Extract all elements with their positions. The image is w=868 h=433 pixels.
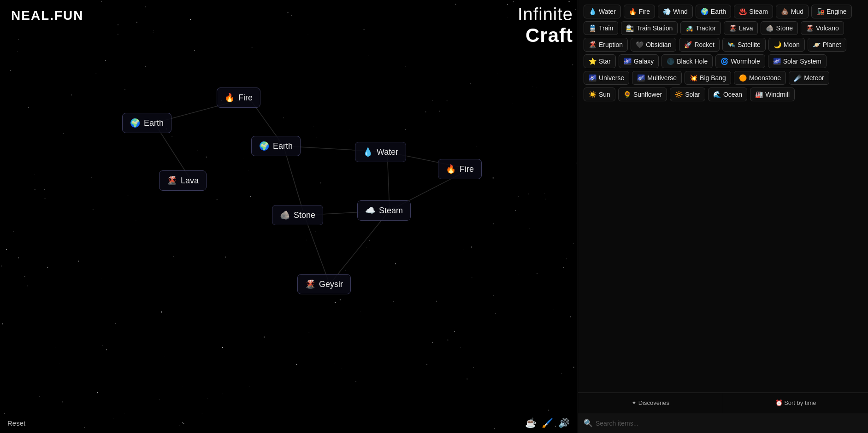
item-chip-planet[interactable]: 🪐Planet [808, 38, 846, 52]
item-chip-black-hole[interactable]: 🌑Black Hole [661, 54, 713, 68]
coffee-icon[interactable]: ☕ [524, 416, 537, 429]
sound-icon[interactable]: 🔊 [557, 416, 570, 429]
item-chip-star[interactable]: ⭐Star [584, 54, 616, 68]
node-stone1[interactable]: 🪨Stone [272, 205, 323, 225]
item-chip-tractor[interactable]: 🚜Tractor [680, 21, 721, 35]
item-chip-water[interactable]: 💧Water [584, 5, 621, 18]
app-title: Infinite Craft [518, 5, 573, 47]
item-chip-sun[interactable]: ☀️Sun [584, 88, 615, 101]
right-panel: 💧Water🔥Fire💨Wind🌍Earth♨️Steam💩Mud🚂Engine… [578, 0, 868, 433]
search-input[interactable] [596, 420, 862, 427]
item-chip-rocket[interactable]: 🚀Rocket [679, 38, 720, 52]
node-water1[interactable]: 💧Water [355, 142, 406, 162]
item-chip-train-station[interactable]: 🚉Train Station [621, 21, 678, 35]
item-chip-steam[interactable]: ♨️Steam [734, 5, 773, 18]
item-chip-earth[interactable]: 🌍Earth [696, 5, 731, 18]
items-grid: 💧Water🔥Fire💨Wind🌍Earth♨️Steam💩Mud🚂Engine… [578, 0, 868, 392]
item-chip-wind[interactable]: 💨Wind [658, 5, 693, 18]
node-earth2[interactable]: 🌍Earth [251, 136, 301, 156]
search-bar: 🔍 [578, 413, 868, 433]
logo: NEAL.FUN [11, 8, 84, 23]
node-lava1[interactable]: 🌋Lava [159, 170, 207, 191]
node-fire1[interactable]: 🔥Fire [217, 88, 260, 108]
brush-icon[interactable]: 🖌️ [541, 416, 554, 429]
reset-button[interactable]: Reset [7, 419, 25, 427]
item-chip-mud[interactable]: 💩Mud [776, 5, 809, 18]
item-chip-moon[interactable]: 🌙Moon [768, 38, 805, 52]
item-chip-wormhole[interactable]: 🌀Wormhole [715, 54, 765, 68]
item-chip-windmill[interactable]: 🏭Windmill [750, 88, 795, 101]
item-chip-sunflower[interactable]: 🌻Sunflower [618, 88, 667, 101]
bottom-bar: Reset ☕ 🖌️ 🔊 [0, 413, 578, 433]
discoveries-button[interactable]: ✦ Discoveries [578, 393, 723, 413]
item-chip-stone[interactable]: 🪨Stone [761, 21, 798, 35]
item-chip-fire[interactable]: 🔥Fire [624, 5, 655, 18]
item-chip-big-bang[interactable]: 💥Big Bang [685, 71, 731, 85]
item-chip-solar[interactable]: 🔆Solar [670, 88, 705, 101]
item-chip-galaxy[interactable]: 🌌Galaxy [619, 54, 659, 68]
node-steam1[interactable]: ☁️Steam [357, 200, 411, 221]
canvas-area: 🔥Fire🌍Earth🌍Earth💧Water🔥Fire🌋Lava☁️Steam… [0, 0, 578, 433]
svg-line-10 [330, 211, 390, 284]
item-chip-engine[interactable]: 🚂Engine [811, 5, 852, 18]
panel-bottom: ✦ Discoveries ⏰ Sort by time [578, 392, 868, 413]
item-chip-meteor[interactable]: ☄️Meteor [789, 71, 829, 85]
node-geysir1[interactable]: 🌋Geysir [297, 274, 351, 294]
item-chip-universe[interactable]: 🌌Universe [584, 71, 629, 85]
item-chip-ocean[interactable]: 🌊Ocean [708, 88, 747, 101]
search-icon: 🔍 [584, 419, 593, 427]
node-earth1[interactable]: 🌍Earth [122, 113, 171, 133]
item-chip-train[interactable]: 🚆Train [584, 21, 618, 35]
item-chip-satellite[interactable]: 🛰️Satellite [722, 38, 766, 52]
item-chip-eruption[interactable]: 🌋Eruption [584, 38, 628, 52]
item-chip-solar-system[interactable]: 🌌Solar System [768, 54, 827, 68]
sort-button[interactable]: ⏰ Sort by time [723, 393, 868, 413]
title-line1: Infinite [518, 5, 573, 24]
item-chip-moonstone[interactable]: 🟠Moonstone [734, 71, 786, 85]
item-chip-lava[interactable]: 🌋Lava [724, 21, 758, 35]
node-fire2[interactable]: 🔥Fire [438, 159, 482, 179]
item-chip-volcano[interactable]: 🌋Volcano [801, 21, 844, 35]
item-chip-multiverse[interactable]: 🌌Multiverse [632, 71, 682, 85]
item-chip-obsidian[interactable]: 🖤Obsidian [631, 38, 676, 52]
toolbar-icons: ☕ 🖌️ 🔊 [524, 416, 570, 429]
title-line2: Craft [518, 24, 573, 47]
